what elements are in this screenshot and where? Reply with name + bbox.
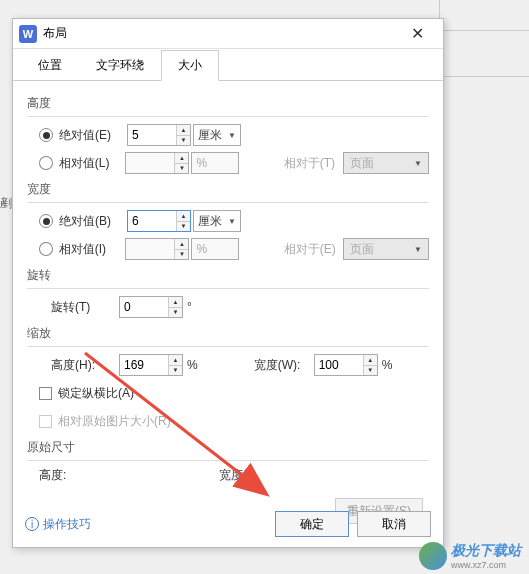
spin-up-icon[interactable]: ▲ xyxy=(169,355,182,366)
combo-width-relto-text: 页面 xyxy=(350,241,374,258)
spin-down-icon[interactable]: ▼ xyxy=(169,366,182,376)
close-icon: ✕ xyxy=(411,24,424,43)
input-width-rel-field[interactable] xyxy=(126,239,174,259)
label-width-relto: 相对于(E) xyxy=(284,241,343,258)
unit-width-abs-text: 厘米 xyxy=(198,213,222,230)
spin-down-icon[interactable]: ▼ xyxy=(177,222,190,232)
spin-up-icon[interactable]: ▲ xyxy=(169,297,182,308)
section-height: 高度 xyxy=(27,95,429,112)
label-rotate: 旋转(T) xyxy=(51,299,119,316)
layout-dialog: W 布局 ✕ 位置 文字环绕 大小 高度 绝对值(E) ▲▼ 厘米 ▼ 相 xyxy=(12,18,444,548)
spin-down-icon[interactable]: ▼ xyxy=(169,308,182,318)
label-width-rel: 相对值(I) xyxy=(59,241,126,258)
input-scale-h-field[interactable] xyxy=(120,355,168,375)
input-rotate-field[interactable] xyxy=(120,297,168,317)
combo-width-relto[interactable]: 页面 ▼ xyxy=(343,238,430,260)
label-lock-ratio: 锁定纵横比(A) xyxy=(58,385,134,402)
unit-height-rel: % xyxy=(191,152,238,174)
unit-scale-h: % xyxy=(187,358,198,372)
tips-link[interactable]: i 操作技巧 xyxy=(25,516,91,533)
chevron-down-icon: ▼ xyxy=(228,131,236,140)
ok-button[interactable]: 确定 xyxy=(275,511,349,537)
chevron-down-icon: ▼ xyxy=(414,245,422,254)
divider xyxy=(27,460,429,461)
section-scale: 缩放 xyxy=(27,325,429,342)
input-height-abs-field[interactable] xyxy=(128,125,176,145)
section-original: 原始尺寸 xyxy=(27,439,429,456)
spin-down-icon[interactable]: ▼ xyxy=(175,250,188,260)
spin-down-icon[interactable]: ▼ xyxy=(175,164,188,174)
divider xyxy=(27,116,429,117)
titlebar: W 布局 ✕ xyxy=(13,19,443,49)
label-orig-w: 宽度: xyxy=(219,467,399,484)
info-icon: i xyxy=(25,517,39,531)
app-icon: W xyxy=(19,25,37,43)
tab-size[interactable]: 大小 xyxy=(161,50,219,81)
label-orig-size: 相对原始图片大小(R) xyxy=(58,413,171,430)
watermark: 极光下载站 www.xz7.com xyxy=(419,541,521,570)
bg-text: 剷 xyxy=(0,195,12,212)
unit-scale-w: % xyxy=(382,358,393,372)
dialog-footer: i 操作技巧 确定 取消 xyxy=(25,511,431,537)
spin-up-icon[interactable]: ▲ xyxy=(364,355,377,366)
unit-height-abs[interactable]: 厘米 ▼ xyxy=(193,124,241,146)
unit-rotate: ° xyxy=(187,300,192,314)
watermark-icon xyxy=(419,542,447,570)
section-rotate: 旋转 xyxy=(27,267,429,284)
chevron-down-icon: ▼ xyxy=(228,217,236,226)
divider xyxy=(27,346,429,347)
input-rotate[interactable]: ▲▼ xyxy=(119,296,183,318)
label-height-relto: 相对于(T) xyxy=(284,155,343,172)
spin-down-icon[interactable]: ▼ xyxy=(177,136,190,146)
dialog-title: 布局 xyxy=(43,25,397,42)
combo-height-relto-text: 页面 xyxy=(350,155,374,172)
radio-width-abs[interactable] xyxy=(39,214,53,228)
checkbox-lock-ratio[interactable] xyxy=(39,387,52,400)
spin-down-icon[interactable]: ▼ xyxy=(364,366,377,376)
label-scale-w: 宽度(W): xyxy=(254,357,314,374)
cancel-button[interactable]: 取消 xyxy=(357,511,431,537)
input-height-rel-field[interactable] xyxy=(126,153,174,173)
unit-width-rel: % xyxy=(191,238,238,260)
input-width-abs[interactable]: ▲▼ xyxy=(127,210,191,232)
radio-height-rel[interactable] xyxy=(39,156,53,170)
unit-width-abs[interactable]: 厘米 ▼ xyxy=(193,210,241,232)
watermark-text: 极光下载站 xyxy=(451,542,521,558)
spin-up-icon[interactable]: ▲ xyxy=(177,211,190,222)
radio-height-abs[interactable] xyxy=(39,128,53,142)
tips-text: 操作技巧 xyxy=(43,516,91,533)
input-scale-w-field[interactable] xyxy=(315,355,363,375)
radio-width-rel[interactable] xyxy=(39,242,53,256)
label-height-abs: 绝对值(E) xyxy=(59,127,127,144)
spin-up-icon[interactable]: ▲ xyxy=(175,153,188,164)
input-width-abs-field[interactable] xyxy=(128,211,176,231)
input-scale-w[interactable]: ▲▼ xyxy=(314,354,378,376)
watermark-sub: www.xz7.com xyxy=(451,560,521,570)
section-width: 宽度 xyxy=(27,181,429,198)
tab-position[interactable]: 位置 xyxy=(21,50,79,81)
label-scale-h: 高度(H): xyxy=(51,357,119,374)
input-width-rel[interactable]: ▲▼ xyxy=(125,238,189,260)
close-button[interactable]: ✕ xyxy=(397,20,437,48)
label-height-rel: 相对值(L) xyxy=(59,155,126,172)
combo-height-relto[interactable]: 页面 ▼ xyxy=(343,152,430,174)
spin-up-icon[interactable]: ▲ xyxy=(177,125,190,136)
background-table xyxy=(439,0,529,120)
input-height-abs[interactable]: ▲▼ xyxy=(127,124,191,146)
tab-bar: 位置 文字环绕 大小 xyxy=(13,49,443,81)
input-scale-h[interactable]: ▲▼ xyxy=(119,354,183,376)
tab-text-wrap[interactable]: 文字环绕 xyxy=(79,50,161,81)
label-orig-h: 高度: xyxy=(39,467,219,484)
divider xyxy=(27,202,429,203)
dialog-content: 高度 绝对值(E) ▲▼ 厘米 ▼ 相对值(L) ▲▼ % 相对于(T) xyxy=(13,81,443,532)
unit-height-abs-text: 厘米 xyxy=(198,127,222,144)
checkbox-orig-size xyxy=(39,415,52,428)
chevron-down-icon: ▼ xyxy=(414,159,422,168)
label-width-abs: 绝对值(B) xyxy=(59,213,127,230)
input-height-rel[interactable]: ▲▼ xyxy=(125,152,189,174)
spin-up-icon[interactable]: ▲ xyxy=(175,239,188,250)
divider xyxy=(27,288,429,289)
